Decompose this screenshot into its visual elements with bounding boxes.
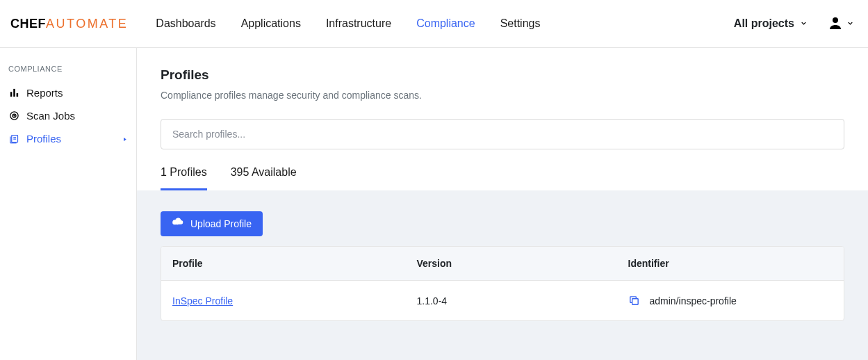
sidebar-heading: COMPLIANCE [0,65,136,81]
svg-rect-13 [632,299,638,305]
logo[interactable]: CHEFAUTOMATE [10,17,128,31]
sidebar-item-scan-jobs[interactable]: Scan Jobs [0,104,136,127]
svg-rect-3 [16,93,18,97]
chevron-down-icon [846,18,854,29]
profile-link[interactable]: InSpec Profile [172,295,233,306]
svg-point-6 [13,115,14,116]
upload-label: Upload Profile [190,218,252,229]
nav-infrastructure[interactable]: Infrastructure [326,17,391,30]
bar-chart-icon [8,88,19,99]
cell-profile: InSpec Profile [172,295,417,306]
library-icon [8,133,19,145]
content-body: Upload Profile Profile Version Identifie… [137,190,868,360]
svg-rect-2 [13,89,15,97]
sidebar-item-label: Profiles [26,133,61,145]
user-menu[interactable] [827,15,854,33]
sidebar-item-profiles[interactable]: Profiles [0,127,136,150]
chevron-down-icon [800,17,808,30]
tab-profiles[interactable]: 1 Profiles [161,166,207,190]
th-version: Version [417,258,628,269]
svg-point-0 [833,17,838,23]
upload-profile-button[interactable]: Upload Profile [161,211,263,236]
copy-icon[interactable] [628,295,640,306]
content: Profiles Compliance profiles manage secu… [137,48,868,360]
svg-marker-12 [124,138,126,141]
page-subtitle: Compliance profiles manage security and … [161,90,844,101]
user-icon [827,15,844,33]
content-top: Profiles Compliance profiles manage secu… [137,48,868,190]
cell-version: 1.1.0-4 [417,295,628,306]
search-input[interactable] [161,119,844,149]
nav-settings[interactable]: Settings [500,17,541,30]
target-icon [8,111,19,122]
identifier-text: admin/inspec-profile [650,295,737,306]
header-right: All projects [734,15,854,33]
th-identifier: Identifier [628,258,833,269]
projects-label: All projects [734,17,794,30]
cloud-upload-icon [172,217,183,231]
tab-available[interactable]: 395 Available [231,166,297,190]
top-header: CHEFAUTOMATE Dashboards Applications Inf… [0,0,868,48]
nav-compliance[interactable]: Compliance [416,17,475,30]
table-row: InSpec Profile 1.1.0-4 admin/inspec-prof… [161,281,844,320]
logo-part2: AUTOMATE [46,17,128,31]
sidebar: COMPLIANCE Reports Scan Jobs Profiles [0,48,137,360]
svg-rect-1 [10,92,12,97]
profiles-table: Profile Version Identifier InSpec Profil… [161,246,844,321]
sidebar-item-label: Scan Jobs [26,110,75,122]
main: COMPLIANCE Reports Scan Jobs Profiles [0,48,868,360]
table-header: Profile Version Identifier [161,247,844,281]
sidebar-item-label: Reports [26,87,63,99]
sidebar-item-reports[interactable]: Reports [0,81,136,104]
page-title: Profiles [161,67,844,83]
th-profile: Profile [172,258,417,269]
top-nav: Dashboards Applications Infrastructure C… [156,17,734,30]
logo-part1: CHEF [10,17,46,31]
tabs: 1 Profiles 395 Available [161,166,844,190]
caret-right-icon [122,133,128,145]
nav-dashboards[interactable]: Dashboards [156,17,215,30]
cell-identifier: admin/inspec-profile [628,295,833,306]
projects-selector[interactable]: All projects [734,17,808,30]
nav-applications[interactable]: Applications [241,17,301,30]
